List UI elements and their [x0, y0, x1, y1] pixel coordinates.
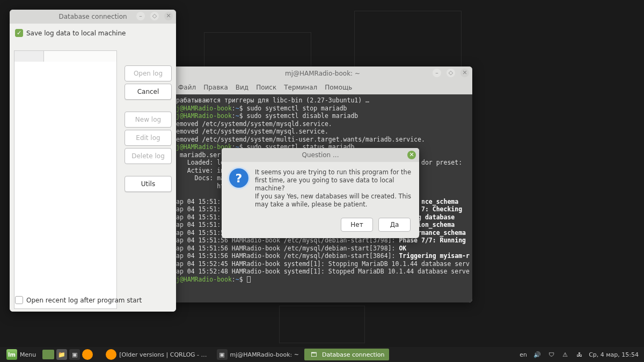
- lang-indicator[interactable]: en: [519, 350, 528, 359]
- network-icon[interactable]: 🖧: [575, 350, 583, 359]
- new-log-button[interactable]: New log: [125, 112, 172, 128]
- terminal-titlebar[interactable]: mj@HAMRadio-book: ~ – ◇ ✕: [173, 67, 472, 80]
- db-title: Database connection: [58, 13, 127, 20]
- clock[interactable]: Ср, 4 мар, 15:54: [589, 351, 639, 358]
- open-recent-label: Open recent log after program start: [26, 297, 142, 304]
- mint-logo-icon: lm: [6, 349, 17, 360]
- edit-log-button[interactable]: Edit log: [125, 130, 172, 146]
- no-button[interactable]: Нет: [341, 218, 373, 232]
- menu-item[interactable]: Файл: [178, 84, 196, 91]
- minimize-icon[interactable]: –: [136, 12, 145, 20]
- list-column-name[interactable]: [44, 51, 116, 62]
- list-column-nr[interactable]: [14, 51, 44, 62]
- question-titlebar[interactable]: Question ... ✕: [222, 148, 419, 162]
- close-icon[interactable]: ✕: [407, 151, 416, 159]
- taskbar-item[interactable]: ▣mj@HAMRadio-book: ~: [213, 349, 303, 360]
- question-title: Question ...: [302, 151, 339, 159]
- maximize-icon[interactable]: ◇: [447, 69, 455, 77]
- minimize-icon[interactable]: –: [433, 69, 441, 77]
- close-icon[interactable]: ✕: [164, 12, 173, 20]
- cancel-button[interactable]: Cancel: [125, 84, 172, 100]
- taskbar-item-label: mj@HAMRadio-book: ~: [230, 351, 299, 358]
- save-log-checkbox[interactable]: ✓: [15, 29, 23, 37]
- shield-icon[interactable]: 🛡: [547, 350, 555, 359]
- save-log-label: Save log data to local machine: [26, 29, 126, 37]
- open-recent-checkbox[interactable]: [15, 296, 23, 304]
- menu-button[interactable]: lm Menu: [2, 349, 40, 360]
- menu-item[interactable]: Терминал: [284, 84, 317, 91]
- terminal-menubar: ФайлПравкаВидПоискТерминалПомощь: [173, 80, 472, 94]
- menu-label: Menu: [20, 351, 36, 358]
- close-icon[interactable]: ✕: [460, 69, 469, 77]
- terminal-launcher-icon[interactable]: ▣: [69, 349, 80, 360]
- volume-icon[interactable]: 🔊: [533, 350, 541, 359]
- taskbar-item-label: [Older versions | CQRLOG - …: [119, 351, 207, 358]
- question-icon: ?: [229, 168, 248, 188]
- menu-item[interactable]: Вид: [236, 84, 248, 91]
- db-connection-window: Database connection – ◇ ✕ ✓ Save log dat…: [10, 10, 176, 312]
- delete-log-button[interactable]: Delete log: [125, 148, 172, 164]
- show-desktop-button[interactable]: [42, 350, 54, 359]
- question-text: It seems you are trying to run this prog…: [255, 168, 412, 209]
- updates-icon[interactable]: ⚠: [561, 350, 569, 359]
- taskbar-item-label: Database connection: [322, 351, 385, 358]
- terminal-icon: ▣: [217, 349, 228, 360]
- taskbar-item[interactable]: [Older versions | CQRLOG - …: [101, 349, 211, 360]
- terminal-title: mj@HAMRadio-book: ~: [285, 70, 360, 77]
- open-log-button[interactable]: Open log: [125, 65, 172, 82]
- taskbar-item[interactable]: 🗔Database connection: [304, 349, 389, 360]
- question-dialog: Question ... ✕ ? It seems you are trying…: [222, 148, 419, 238]
- db-titlebar[interactable]: Database connection – ◇ ✕: [10, 10, 176, 24]
- utils-button[interactable]: Utils: [125, 176, 172, 192]
- maximize-icon[interactable]: ◇: [150, 12, 159, 20]
- menu-item[interactable]: Помощь: [325, 84, 352, 91]
- yes-button[interactable]: Да: [378, 218, 411, 232]
- files-launcher-icon[interactable]: 📁: [56, 349, 67, 360]
- app-icon: 🗔: [309, 349, 319, 360]
- firefox-icon: [106, 349, 116, 360]
- menu-item[interactable]: Правка: [203, 84, 228, 91]
- log-list[interactable]: [14, 50, 117, 309]
- menu-item[interactable]: Поиск: [256, 84, 276, 91]
- firefox-launcher-icon[interactable]: [82, 349, 93, 360]
- taskbar: lm Menu 📁 ▣ [Older versions | CQRLOG - ……: [0, 347, 644, 362]
